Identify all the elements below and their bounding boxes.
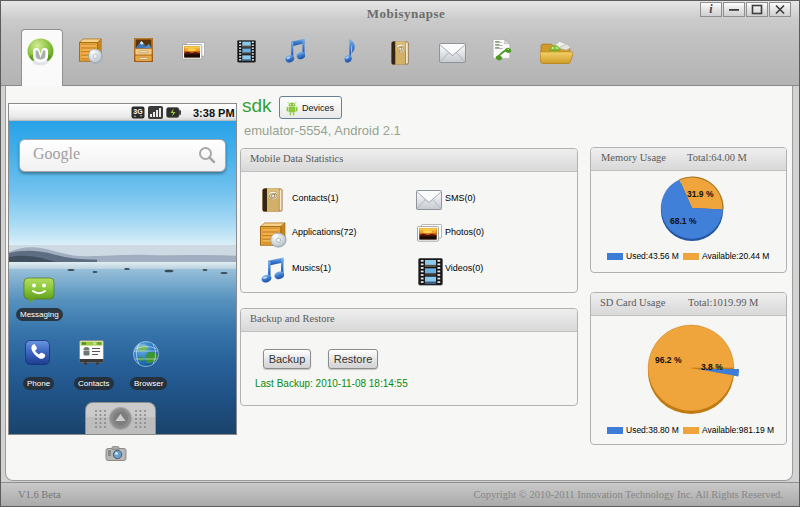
svg-text:3G: 3G [133,108,143,115]
